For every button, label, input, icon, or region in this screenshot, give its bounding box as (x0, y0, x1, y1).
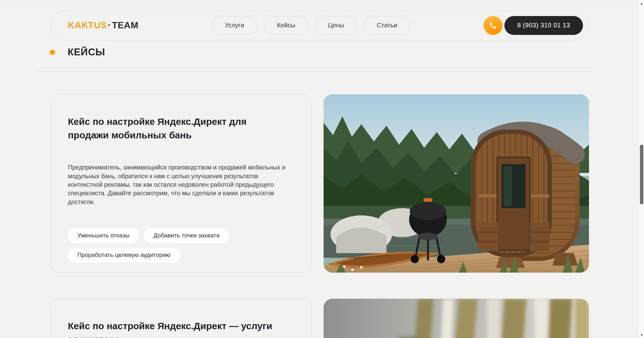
section-head: КЕЙСЫ (50, 47, 105, 58)
sauna-scene-illustration (324, 94, 589, 273)
logo-kaktus: KAKTUS (68, 20, 107, 30)
car-scene-illustration (324, 299, 589, 338)
scrollbar[interactable]: ▲ ▼ (639, 0, 644, 338)
nav-articles-button[interactable]: Статьи (364, 16, 410, 35)
logo-dot: · (108, 20, 111, 30)
case-image-sauna[interactable] (324, 94, 589, 273)
logo[interactable]: KAKTUS · TEAM (68, 20, 138, 30)
tag-chip: Добавить точек захвата (144, 228, 229, 243)
nav-cases-button[interactable]: Кейсы (264, 16, 308, 35)
scrollbar-thumb[interactable] (640, 145, 643, 204)
phone-group: 8 (903) 310 01 13 (484, 16, 583, 35)
page-top-divider (0, 1, 644, 2)
tag-chip: Проработать целевую аудиторию (68, 248, 180, 263)
phone-number-button[interactable]: 8 (903) 310 01 13 (504, 16, 583, 35)
section-divider (36, 71, 594, 72)
case-card-sauna[interactable]: Кейс по настройке Яндекс.Директ для прод… (50, 94, 312, 273)
page-title: КЕЙСЫ (68, 47, 105, 58)
case-title: Кейс по настройке Яндекс.Директ — услуги… (68, 319, 294, 338)
call-button[interactable] (484, 16, 502, 35)
nav-prices-button[interactable]: Цены (315, 16, 357, 35)
orange-dot-icon (50, 50, 55, 55)
phone-icon (489, 21, 497, 30)
header: KAKTUS · TEAM Услуги Кейсы Цены Статьи 8… (50, 10, 589, 40)
logo-team: TEAM (112, 20, 138, 30)
tag-chip: Уменьшить отказы (68, 228, 139, 243)
case-card-tow-truck[interactable]: Кейс по настройке Яндекс.Директ — услуги… (50, 299, 312, 338)
case-image-tow-truck[interactable] (324, 299, 589, 338)
scroll-down-arrow-icon[interactable]: ▼ (639, 332, 644, 337)
case-description: Предприниматель, занимающийся производст… (68, 163, 294, 206)
case-tags: Уменьшить отказы Добавить точек захвата … (68, 228, 294, 263)
case-title: Кейс по настройке Яндекс.Директ для прод… (68, 115, 275, 142)
nav-services-button[interactable]: Услуги (212, 16, 257, 35)
scroll-up-arrow-icon[interactable]: ▲ (639, 1, 644, 6)
main-nav: Услуги Кейсы Цены Статьи (212, 16, 410, 35)
